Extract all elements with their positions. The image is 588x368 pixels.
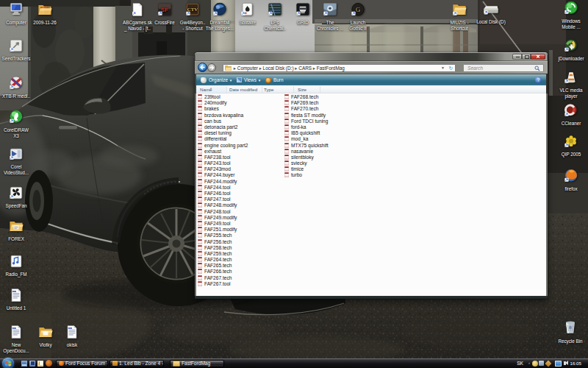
svg-text:SF: SF — [161, 7, 168, 13]
svg-text:CTV: CTV — [187, 7, 198, 12]
svg-text:G: G — [356, 6, 360, 13]
